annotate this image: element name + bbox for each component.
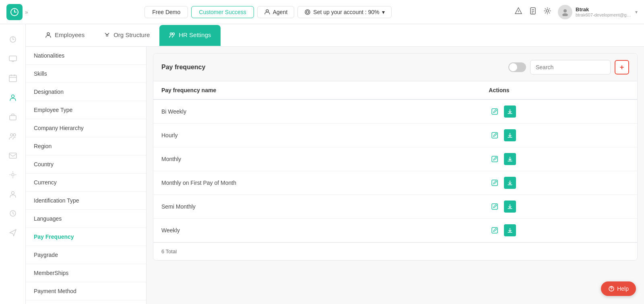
- help-button[interactable]: Help: [601, 281, 636, 296]
- table-row: Monthly: [153, 147, 637, 171]
- search-box: [530, 60, 611, 74]
- svg-point-23: [13, 134, 16, 136]
- alert-icon[interactable]: [514, 7, 522, 17]
- svg-point-3: [306, 11, 309, 13]
- cell-name: Hourly: [153, 124, 481, 147]
- secondary-sidebar: Nationalities Skills Designation Employe…: [26, 47, 147, 304]
- sidebar-icon-group[interactable]: [4, 127, 22, 145]
- table-header-row: Pay frequency name Actions: [153, 81, 637, 99]
- gear-icon[interactable]: [543, 7, 551, 17]
- svg-point-11: [564, 9, 567, 12]
- user-menu[interactable]: Btrak btrak607-development@gm... ▾: [558, 5, 638, 19]
- sidebar-icon-calendar[interactable]: [4, 69, 22, 87]
- sidebar-icon-home[interactable]: [4, 31, 22, 48]
- edit-icon[interactable]: [489, 224, 501, 236]
- sidebar-icon-briefcase[interactable]: [4, 108, 22, 126]
- main-content: Pay frequency +: [147, 47, 644, 304]
- sidebar-item-designation[interactable]: Designation: [26, 83, 146, 101]
- download-icon[interactable]: [504, 224, 516, 236]
- tab-org-structure[interactable]: Org Structure: [94, 25, 159, 46]
- sidebar-item-reporting-methods[interactable]: Reporting Methods: [26, 300, 146, 304]
- user-dropdown-chevron: ▾: [635, 9, 638, 15]
- document-icon[interactable]: [529, 7, 537, 17]
- search-input[interactable]: [536, 64, 606, 70]
- sidebar-icon-clock[interactable]: [4, 205, 22, 222]
- sidebar-item-paygrade[interactable]: Paygrade: [26, 246, 146, 264]
- download-icon[interactable]: [504, 177, 516, 189]
- pay-frequency-panel: Pay frequency +: [153, 53, 638, 261]
- main-layout: Employees Org Structure HR Settings Nati…: [26, 24, 644, 304]
- svg-rect-24: [9, 153, 17, 158]
- download-icon[interactable]: [504, 153, 516, 165]
- free-demo-button[interactable]: Free Demo: [144, 6, 188, 18]
- sidebar-item-languages[interactable]: Languages: [26, 210, 146, 228]
- svg-point-31: [173, 33, 175, 35]
- agent-button[interactable]: Agent: [257, 6, 295, 18]
- sidebar-icon-tv[interactable]: [4, 50, 22, 68]
- svg-rect-35: [492, 132, 497, 138]
- sidebar-item-country[interactable]: Country: [26, 155, 146, 174]
- svg-point-22: [10, 134, 13, 136]
- tab-hr-settings[interactable]: HR Settings: [159, 25, 221, 46]
- add-button[interactable]: +: [615, 60, 629, 74]
- actions-cell: [489, 105, 629, 118]
- edit-icon[interactable]: [489, 105, 501, 118]
- edit-icon[interactable]: [489, 153, 501, 165]
- org-icon: [104, 32, 110, 38]
- panel-title: Pay frequency: [161, 64, 205, 71]
- download-icon[interactable]: [504, 201, 516, 213]
- sidebar-item-memberships[interactable]: MemberShips: [26, 264, 146, 282]
- table-row: Weekly: [153, 219, 637, 242]
- sidebar-item-nationalities[interactable]: Nationalities: [26, 47, 146, 65]
- cell-name: Semi Monthly: [153, 195, 481, 219]
- actions-cell: [489, 201, 629, 213]
- cell-actions: [481, 195, 637, 219]
- sidebar-item-employee-type[interactable]: Employee Type: [26, 101, 146, 119]
- sidebar-icon-person[interactable]: [4, 185, 22, 203]
- table-row: Semi Monthly: [153, 195, 637, 219]
- actions-cell: [489, 224, 629, 236]
- sidebar-item-region[interactable]: Region: [26, 137, 146, 155]
- panel-controls: +: [508, 60, 629, 74]
- help-icon: [608, 285, 615, 292]
- sidebar-item-payment-method[interactable]: Payment Method: [26, 282, 146, 300]
- navbar: » Free Demo Customer Success Agent Set u…: [0, 0, 644, 24]
- sidebar-item-skills[interactable]: Skills: [26, 65, 146, 83]
- sidebar-item-currency[interactable]: Currency: [26, 174, 146, 192]
- sidebar-item-company-hierarchy[interactable]: Company Hierarchy: [26, 119, 146, 137]
- toggle-switch[interactable]: [508, 62, 526, 72]
- sidebar-icon-send[interactable]: [4, 224, 22, 242]
- cell-name: Monthly: [153, 147, 481, 171]
- svg-rect-38: [492, 204, 497, 209]
- setup-icon: [304, 9, 311, 15]
- sidebar-icon-settings[interactable]: [4, 166, 22, 184]
- svg-point-30: [170, 33, 172, 35]
- panel-header: Pay frequency +: [153, 54, 637, 81]
- edit-icon[interactable]: [489, 201, 501, 213]
- download-icon[interactable]: [504, 129, 516, 141]
- edit-icon[interactable]: [489, 177, 501, 189]
- svg-rect-21: [10, 116, 16, 120]
- svg-point-12: [562, 13, 568, 16]
- setup-account-button[interactable]: Set up your account : 90% ▾: [297, 6, 391, 18]
- avatar: [558, 5, 572, 19]
- cell-actions: [481, 171, 637, 195]
- table-row: Hourly: [153, 124, 637, 147]
- user-email: btrak607-development@gm...: [576, 12, 632, 17]
- cell-name: Bi Weekly: [153, 99, 481, 124]
- app-logo[interactable]: [6, 4, 23, 20]
- sidebar-item-pay-frequency[interactable]: Pay Frequency: [26, 228, 146, 246]
- download-icon[interactable]: [504, 105, 516, 118]
- customer-success-button[interactable]: Customer Success: [191, 6, 254, 18]
- sidebar-icon-mail[interactable]: [4, 147, 22, 164]
- user-info: Btrak btrak607-development@gm...: [576, 6, 632, 17]
- edit-icon[interactable]: [489, 129, 501, 141]
- svg-rect-16: [9, 75, 17, 82]
- svg-point-10: [546, 10, 549, 12]
- navbar-icons: [514, 7, 551, 17]
- tab-employees[interactable]: Employees: [35, 25, 94, 46]
- cell-actions: [481, 99, 637, 124]
- sidebar-icon-people[interactable]: [4, 89, 22, 106]
- sidebar-item-identification-type[interactable]: Identification Type: [26, 192, 146, 210]
- svg-point-25: [12, 174, 14, 176]
